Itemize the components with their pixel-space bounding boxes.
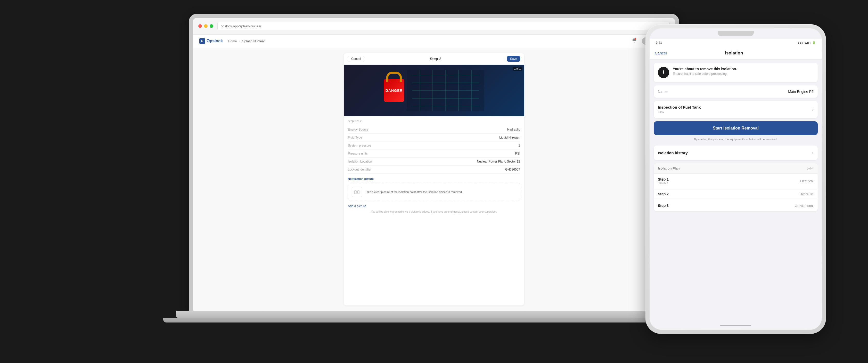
svg-point-0 xyxy=(634,42,634,43)
form-card: Cancel Step 2 Save DANGER xyxy=(344,53,524,305)
danger-lock-icon: DANGER xyxy=(384,79,404,102)
warning-icon: ! xyxy=(658,67,669,78)
plan-header: Isolation Plan 1-4-4 xyxy=(654,163,818,174)
phone-signal-area: ●●● WiFi 🔋 xyxy=(798,41,816,44)
cancel-button[interactable]: Cancel xyxy=(348,56,364,62)
history-chevron-icon: › xyxy=(812,150,814,156)
breadcrumb-separator: › xyxy=(239,39,240,43)
plan-step-2-info: Step 2 xyxy=(658,192,669,196)
start-isolation-button[interactable]: Start Isolation Removal xyxy=(654,121,818,135)
task-chevron-icon: › xyxy=(812,107,814,112)
field-label-lockout-id: Lockout Identifier xyxy=(348,168,371,171)
phone-cancel-link[interactable]: Cancel xyxy=(655,51,667,55)
info-key-name: Name xyxy=(658,90,668,94)
phone-wrapper: 9:41 ●●● WiFi 🔋 Cancel Isolation xyxy=(646,24,826,334)
form-body: Step 2 of 2 Energy Source Hydraulic Flui… xyxy=(344,116,524,218)
field-value-energy-source: Hydraulic xyxy=(507,128,520,131)
phone-home-indicator xyxy=(650,322,822,330)
warning-text-area: You're about to remove this isolation. E… xyxy=(673,67,814,75)
laptop-base-bottom xyxy=(163,318,705,323)
browser-minimize-dot[interactable] xyxy=(204,24,208,28)
field-row-isolation-location: Isolation Location Nuclear Power Plant, … xyxy=(348,158,520,165)
app-topbar: O Opslock Home › Splash Nuclear xyxy=(193,35,675,48)
photo-box[interactable]: Take a clear picture of the isolation po… xyxy=(348,183,520,201)
plan-step-3-name: Step 3 xyxy=(658,204,669,208)
phone-notch-area xyxy=(650,28,822,39)
field-value-system-pressure: 1 xyxy=(518,144,520,147)
app-content: O Opslock Home › Splash Nuclear xyxy=(193,35,675,311)
plan-step-1-sub: 696969f xyxy=(658,181,669,184)
add-picture-button[interactable]: Add a picture xyxy=(348,204,366,208)
field-row-lockout-id: Lockout Identifier GH686567 xyxy=(348,165,520,174)
info-row-name: Name Main Engine P5 xyxy=(658,90,814,94)
laptop-base xyxy=(176,311,692,318)
field-value-isolation-location: Nuclear Power Plant, Sector 12 xyxy=(477,160,520,163)
phone-notch xyxy=(718,31,754,36)
field-label-energy-source: Energy Source xyxy=(348,128,368,131)
browser-dots xyxy=(198,24,213,28)
field-row-fluid-type: Fluid Type Liquid Nitrogen xyxy=(348,134,520,142)
notification-label: Notification picture xyxy=(348,177,520,180)
plan-step-3-info: Step 3 xyxy=(658,204,669,208)
field-row-pressure-units: Pressure units PSI xyxy=(348,150,520,158)
plan-step-3-type: Gravitational xyxy=(795,204,814,208)
notification-bell-icon[interactable] xyxy=(631,38,638,44)
isolation-history-row[interactable]: Isolation history › xyxy=(654,146,818,160)
app-logo-text: Opslock xyxy=(207,39,223,43)
field-label-isolation-location: Isolation Location xyxy=(348,160,372,163)
warning-banner: ! You're about to remove this isolation.… xyxy=(654,63,818,82)
camera-icon xyxy=(352,187,362,197)
step-indicator: Step 2 of 2 xyxy=(348,119,520,123)
address-bar[interactable]: opslock.app/splash-nuclear xyxy=(217,22,670,30)
phone-time: 9:41 xyxy=(656,41,662,44)
plan-count: 1-4-4 xyxy=(806,167,814,170)
plan-step-1-name: Step 1 xyxy=(658,177,669,181)
phone-outer: 9:41 ●●● WiFi 🔋 Cancel Isolation xyxy=(646,24,826,334)
field-label-pressure-units: Pressure units xyxy=(348,152,368,155)
home-bar xyxy=(720,325,751,326)
logo-icon: O xyxy=(199,38,205,44)
phone-inner: 9:41 ●●● WiFi 🔋 Cancel Isolation xyxy=(650,28,822,330)
save-button[interactable]: Save xyxy=(507,56,520,62)
info-value-name: Main Engine P5 xyxy=(788,90,814,94)
main-area[interactable]: Cancel Step 2 Save DANGER xyxy=(193,48,675,311)
browser-maximize-dot[interactable] xyxy=(210,24,213,28)
field-label-system-pressure: System pressure xyxy=(348,144,371,147)
phone-nav: Cancel Isolation xyxy=(650,47,822,60)
task-card[interactable]: Inspection of Fuel Tank Task › xyxy=(654,101,818,118)
plan-step-2-type: Hydraulic xyxy=(800,192,814,196)
scene: opslock.app/splash-nuclear O Opslock Hom… xyxy=(22,14,846,349)
laptop-screen: opslock.app/splash-nuclear O Opslock Hom… xyxy=(193,18,675,311)
phone-page-title: Isolation xyxy=(725,51,743,56)
plan-step-1-info: Step 1 696969f xyxy=(658,177,669,184)
field-value-fluid-type: Liquid Nitrogen xyxy=(499,136,520,139)
wifi-icon: WiFi xyxy=(805,41,810,44)
browser-close-dot[interactable] xyxy=(198,24,202,28)
plan-step-3[interactable]: Step 3 Gravitational xyxy=(654,200,818,211)
laptop-wrapper: opslock.app/splash-nuclear O Opslock Hom… xyxy=(163,14,705,349)
image-counter: 1 of 1 xyxy=(513,67,522,71)
field-value-pressure-units: PSI xyxy=(515,152,520,155)
plan-step-1-type: Electrical xyxy=(800,179,814,183)
notification-section: Notification picture Ta xyxy=(348,177,520,208)
home-link[interactable]: Home xyxy=(228,39,237,43)
warning-title: You're about to remove this isolation. xyxy=(673,67,814,71)
phone-app[interactable]: Cancel Isolation ! You're about to remov… xyxy=(650,47,822,322)
current-page: Splash Nuclear xyxy=(242,39,265,43)
photo-instruction: Take a clear picture of the isolation po… xyxy=(365,190,463,193)
step-title: Step 2 xyxy=(364,57,507,61)
field-label-fluid-type: Fluid Type xyxy=(348,136,362,139)
plan-step-1[interactable]: Step 1 696969f Electrical xyxy=(654,174,818,188)
task-name: Inspection of Fuel Tank xyxy=(658,105,701,110)
svg-point-13 xyxy=(356,191,358,193)
plan-step-2[interactable]: Step 2 Hydraulic xyxy=(654,188,818,200)
field-row-energy-source: Energy Source Hydraulic xyxy=(348,126,520,134)
info-card: Name Main Engine P5 xyxy=(654,85,818,98)
form-top-bar: Cancel Step 2 Save xyxy=(344,53,524,65)
isolation-note: By starting this process, the equipment'… xyxy=(654,137,818,142)
laptop-screen-outer: opslock.app/splash-nuclear O Opslock Hom… xyxy=(189,14,679,311)
danger-image: DANGER xyxy=(344,65,524,116)
svg-point-1 xyxy=(634,38,636,40)
history-label: Isolation history xyxy=(658,151,688,155)
breadcrumb: Home › Splash Nuclear xyxy=(228,39,265,43)
